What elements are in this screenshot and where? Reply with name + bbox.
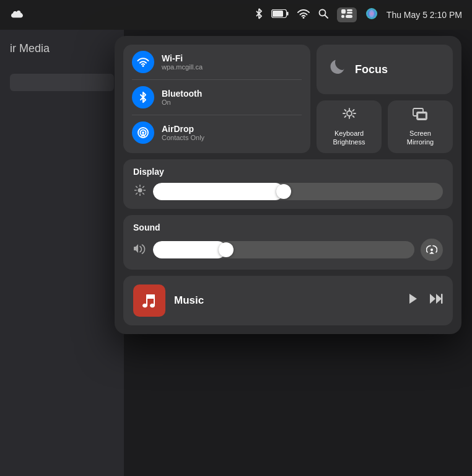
display-section: Display (123, 159, 453, 209)
divider-2 (132, 115, 302, 115)
svg-point-29 (138, 188, 142, 192)
focus-tile[interactable]: Focus (317, 45, 453, 94)
svg-line-23 (352, 110, 354, 111)
battery-menubar-icon[interactable] (271, 9, 289, 20)
app-background: ir Media (0, 30, 124, 476)
search-menubar-icon[interactable] (318, 9, 328, 21)
menubar-datetime: Thu May 5 2:10 PM (387, 10, 462, 20)
sound-slider-fill (153, 241, 226, 258)
siri-menubar-icon[interactable] (365, 7, 378, 22)
small-tiles-row: KeyboardBrightness ScreenMirroring (317, 100, 453, 153)
control-center-panel: Wi-Fi wpa.mcgill.ca Bluetooth On (115, 36, 461, 334)
airdrop-icon-circle (132, 121, 154, 144)
bluetooth-icon-circle (132, 86, 154, 108)
sound-section: Sound (123, 215, 453, 270)
bluetooth-text: Bluetooth On (162, 89, 202, 106)
airdrop-sublabel: Contacts Only (162, 134, 204, 141)
music-controls (408, 293, 443, 307)
display-slider-fill (153, 183, 284, 200)
display-title: Display (133, 167, 443, 177)
screen-mirroring-label: ScreenMirroring (407, 129, 434, 147)
sound-title: Sound (133, 223, 443, 232)
skip-forward-button[interactable] (429, 293, 443, 307)
icloud-icon[interactable] (10, 9, 24, 21)
keyboard-brightness-label: KeyboardBrightness (333, 129, 365, 147)
svg-line-24 (344, 116, 346, 117)
bluetooth-item[interactable]: Bluetooth On (132, 86, 302, 108)
airplay-button[interactable] (421, 239, 443, 261)
svg-rect-39 (441, 294, 443, 304)
svg-rect-9 (347, 12, 352, 14)
wifi-label: Wi-Fi (162, 53, 203, 63)
wifi-icon-circle (132, 51, 154, 73)
music-app-name: Music (174, 294, 400, 307)
svg-point-11 (369, 10, 374, 17)
svg-rect-5 (341, 9, 346, 14)
wifi-menubar-icon[interactable] (297, 9, 310, 21)
wifi-sublabel: wpa.mcgill.ca (162, 63, 203, 71)
svg-rect-1 (287, 12, 289, 15)
sound-slider-thumb (219, 242, 234, 257)
display-slider-row (133, 183, 443, 200)
keyboard-brightness-icon (341, 108, 357, 125)
divider-1 (132, 79, 302, 80)
svg-point-14 (142, 131, 144, 134)
network-tile: Wi-Fi wpa.mcgill.ca Bluetooth On (123, 45, 310, 153)
svg-rect-7 (341, 15, 344, 18)
play-button[interactable] (408, 293, 418, 307)
bluetooth-sublabel: On (162, 99, 202, 106)
music-tile: Music (123, 276, 453, 325)
menubar-right: Thu May 5 2:10 PM (255, 7, 462, 22)
volume-icon (133, 243, 147, 257)
app-bg-bar (10, 74, 114, 91)
svg-line-34 (136, 186, 138, 187)
menubar-left (10, 9, 24, 21)
svg-line-21 (344, 110, 346, 111)
svg-line-37 (136, 193, 138, 194)
menubar: Thu May 5 2:10 PM (0, 0, 472, 30)
svg-point-38 (430, 249, 433, 251)
app-bg-title: ir Media (0, 30, 124, 68)
airdrop-text: AirDrop Contacts Only (162, 124, 204, 141)
svg-line-4 (325, 15, 328, 19)
top-row: Wi-Fi wpa.mcgill.ca Bluetooth On (123, 45, 453, 153)
control-center-menubar-icon[interactable] (337, 7, 357, 22)
svg-rect-2 (273, 11, 283, 17)
brightness-icon (133, 185, 147, 198)
sound-slider-row (133, 239, 443, 261)
wifi-item[interactable]: Wi-Fi wpa.mcgill.ca (132, 51, 302, 73)
moon-icon (329, 59, 346, 81)
airdrop-item[interactable]: AirDrop Contacts Only (132, 121, 302, 144)
keyboard-brightness-tile[interactable]: KeyboardBrightness (317, 100, 382, 153)
bluetooth-menubar-icon[interactable] (255, 8, 263, 22)
display-slider[interactable] (153, 183, 443, 200)
svg-point-25 (347, 111, 352, 116)
airdrop-label: AirDrop (162, 124, 204, 134)
svg-rect-6 (347, 9, 352, 11)
svg-line-36 (143, 186, 144, 187)
screen-mirroring-tile[interactable]: ScreenMirroring (388, 100, 453, 153)
bluetooth-label: Bluetooth (162, 89, 202, 99)
right-tiles: Focus (317, 45, 453, 153)
wifi-text: Wi-Fi wpa.mcgill.ca (162, 53, 203, 71)
sound-slider[interactable] (153, 241, 414, 258)
screen-mirroring-icon (413, 108, 429, 125)
music-artwork (133, 284, 165, 317)
focus-label: Focus (355, 63, 388, 76)
svg-line-22 (352, 116, 354, 117)
svg-rect-8 (346, 15, 352, 18)
svg-line-35 (143, 193, 144, 194)
display-slider-thumb (276, 184, 291, 199)
